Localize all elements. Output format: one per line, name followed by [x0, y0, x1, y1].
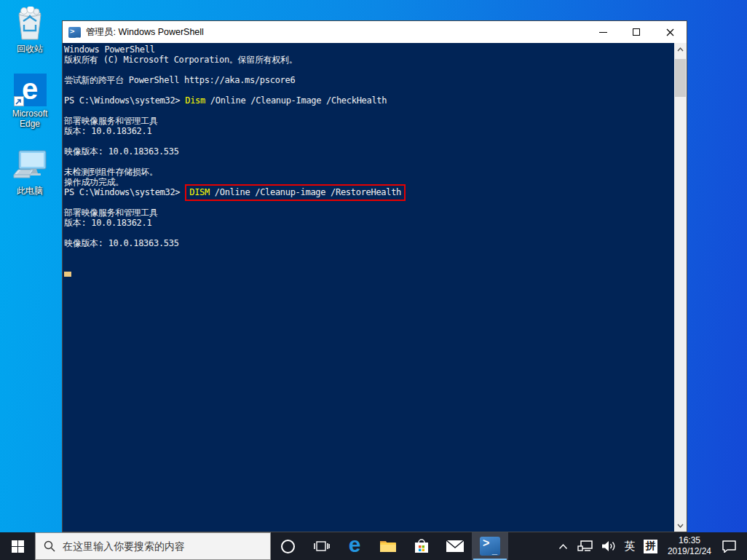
start-button[interactable] — [0, 532, 35, 560]
file-explorer-button[interactable] — [371, 532, 405, 560]
desktop-icon-this-pc[interactable]: 此电脑 — [1, 149, 58, 196]
store-icon — [413, 537, 430, 555]
console-text: 尝试新的跨平台 PowerShell https://aka.ms/pscore… — [64, 75, 295, 85]
cortana-icon — [281, 540, 295, 553]
console-line — [64, 65, 674, 75]
console-text: PS C:\Windows\system32> — [64, 95, 185, 106]
highlight-red-box: DISM /Online /Cleanup-image /RestoreHeal… — [185, 184, 406, 201]
this-pc-icon — [12, 149, 48, 184]
minimize-icon — [599, 32, 607, 33]
console-text: Windows PowerShell — [64, 44, 155, 55]
network-icon — [577, 540, 593, 553]
console-line: 版本: 10.0.18362.1 — [64, 218, 674, 228]
console-text: DISM — [189, 187, 210, 197]
window-title: 管理员: Windows PowerShell — [86, 26, 586, 39]
maximize-icon — [633, 28, 640, 36]
powershell-icon: >_ — [480, 537, 500, 556]
console-output[interactable]: Windows PowerShell版权所有 (C) Microsoft Cor… — [63, 43, 674, 532]
console-text: 部署映像服务和管理工具 — [64, 116, 158, 126]
tray-ime-mode[interactable]: 拼 — [642, 532, 659, 560]
desktop-icon-label: 回收站 — [17, 44, 43, 54]
action-center-icon — [722, 540, 737, 553]
chevron-down-icon — [677, 524, 684, 528]
tray-volume[interactable] — [599, 532, 617, 560]
close-button[interactable] — [653, 21, 687, 43]
scroll-up-button[interactable] — [674, 43, 687, 55]
console-line: PS C:\Windows\system32> Dism /Online /Cl… — [64, 95, 674, 106]
desktop-icon-recycle-bin[interactable]: 回收站 — [1, 7, 58, 54]
console-line — [64, 85, 674, 95]
microsoft-store-button[interactable] — [405, 532, 438, 560]
console-text: 版本: 10.0.18362.1 — [64, 218, 151, 228]
search-input[interactable] — [63, 540, 252, 552]
system-tray: 英 拼 16:35 2019/12/24 — [556, 532, 747, 560]
powershell-icon: >_ — [68, 27, 81, 38]
taskbar-powershell-button[interactable]: >_ — [472, 532, 508, 560]
console-cursor — [64, 272, 71, 277]
close-icon — [666, 28, 674, 36]
tray-show-hidden-icons[interactable] — [556, 532, 572, 560]
cortana-button[interactable] — [271, 532, 304, 560]
console-line: 部署映像服务和管理工具 — [64, 116, 674, 126]
scroll-down-button[interactable] — [674, 519, 687, 532]
clock-date: 2019/12/24 — [668, 546, 711, 557]
search-icon — [44, 540, 55, 552]
console-text: Dism — [185, 95, 205, 106]
desktop-icon-label: Microsoft Edge — [1, 109, 58, 129]
minimize-button[interactable] — [586, 21, 620, 43]
console-text: /Online /Cleanup-Image /CheckHealth — [205, 95, 387, 106]
window-titlebar[interactable]: >_ 管理员: Windows PowerShell — [63, 21, 687, 43]
shortcut-arrow-icon — [14, 96, 24, 106]
task-view-icon — [312, 540, 330, 553]
ime-mode-badge: 拼 — [644, 540, 657, 553]
taskbar-edge-button[interactable]: e — [338, 532, 371, 560]
console-text: 映像版本: 10.0.18363.535 — [64, 146, 179, 157]
scrollbar-thumb[interactable] — [675, 59, 686, 97]
console-line: PS C:\Windows\system32> DISM /Online /Cl… — [64, 187, 674, 197]
console-line — [64, 157, 674, 167]
chevron-up-icon — [677, 47, 684, 52]
console-text: PS C:\Windows\system32> — [64, 187, 185, 197]
maximize-button[interactable] — [620, 21, 653, 43]
console-line — [64, 228, 674, 238]
console-text: 操作成功完成。 — [64, 177, 124, 187]
console-text: 版本: 10.0.18362.1 — [64, 126, 151, 136]
folder-icon — [379, 538, 398, 554]
console-line: 版本: 10.0.18362.1 — [64, 126, 674, 136]
action-center-button[interactable] — [720, 532, 741, 560]
console-line — [64, 259, 674, 269]
clock-time: 16:35 — [668, 535, 711, 546]
windows-logo-icon — [12, 540, 24, 553]
console-line — [64, 136, 674, 146]
console-text: 部署映像服务和管理工具 — [64, 208, 158, 218]
console-line: 映像版本: 10.0.18363.535 — [64, 238, 674, 248]
console-line: 版权所有 (C) Microsoft Corporation。保留所有权利。 — [64, 55, 674, 65]
console-line: 未检测到组件存储损坏。 — [64, 167, 674, 177]
task-view-button[interactable] — [304, 532, 338, 560]
taskbar-search[interactable] — [35, 532, 271, 560]
recycle-bin-icon — [14, 7, 46, 42]
desktop-icon-microsoft-edge[interactable]: e Microsoft Edge — [1, 74, 58, 129]
microsoft-edge-icon: e — [14, 74, 47, 106]
console-line: Windows PowerShell — [64, 44, 674, 55]
desktop-icon-label: 此电脑 — [17, 186, 43, 196]
console-line: 映像版本: 10.0.18363.535 — [64, 146, 674, 157]
console-line: 部署映像服务和管理工具 — [64, 208, 674, 218]
console-line — [64, 106, 674, 116]
tray-ime-language[interactable]: 英 — [622, 532, 638, 560]
console-text: 版权所有 (C) Microsoft Corporation。保留所有权利。 — [64, 55, 297, 65]
chevron-up-icon — [558, 543, 568, 550]
powershell-window: >_ 管理员: Windows PowerShell Windows Power… — [62, 20, 687, 532]
console-text: /Online /Cleanup-image /RestoreHealth — [210, 187, 401, 197]
console-line: 尝试新的跨平台 PowerShell https://aka.ms/pscore… — [64, 75, 674, 85]
ime-language-label: 英 — [624, 540, 635, 553]
mail-button[interactable] — [438, 532, 472, 560]
mail-icon — [446, 539, 465, 553]
speaker-icon — [601, 540, 616, 553]
vertical-scrollbar[interactable] — [674, 43, 687, 532]
console-text: 映像版本: 10.0.18363.535 — [64, 238, 179, 248]
taskbar: e >_ — [0, 532, 747, 560]
edge-icon: e — [349, 535, 361, 555]
tray-network[interactable] — [576, 532, 595, 560]
tray-clock[interactable]: 16:35 2019/12/24 — [663, 532, 716, 560]
